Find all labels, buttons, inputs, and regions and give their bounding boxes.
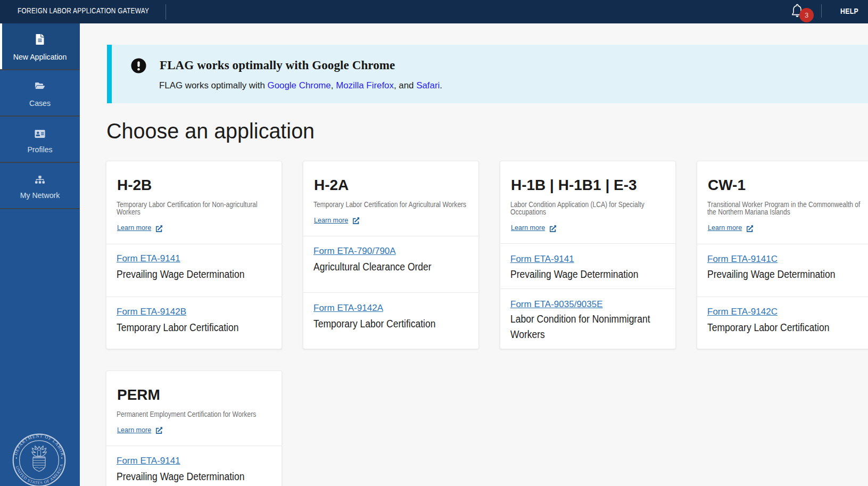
svg-text:UNITED STATES OF AMERICA: UNITED STATES OF AMERICA bbox=[14, 463, 64, 485]
